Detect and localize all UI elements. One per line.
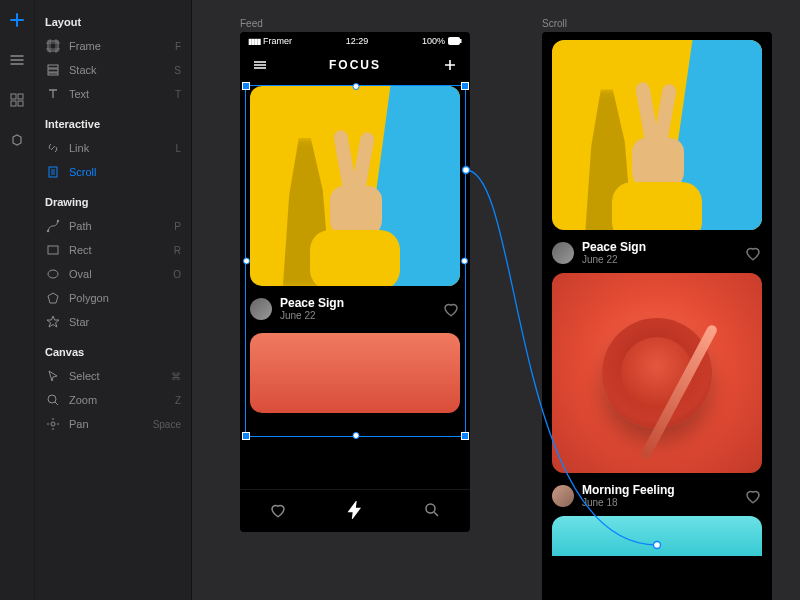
tool-label: Rect	[69, 244, 166, 256]
shortcut: S	[174, 65, 181, 76]
group-title-drawing: Drawing	[45, 196, 185, 208]
feed-card[interactable]	[250, 333, 460, 413]
app-title: FOCUS	[329, 58, 381, 72]
feed-card[interactable]: Peace Sign June 22	[250, 86, 460, 321]
like-button[interactable]	[442, 300, 460, 318]
card-meta: Peace Sign June 22	[552, 240, 762, 265]
svg-point-15	[48, 395, 56, 403]
svg-point-10	[57, 220, 59, 222]
svg-rect-1	[18, 94, 23, 99]
avatar[interactable]	[250, 298, 272, 320]
tool-stack[interactable]: Stack S	[43, 58, 185, 82]
svg-rect-6	[48, 69, 58, 72]
avatar[interactable]	[552, 485, 574, 507]
svg-point-12	[48, 270, 58, 278]
scroll-frame[interactable]: Peace Sign June 22 Morning Feeling J	[542, 32, 772, 600]
avatar[interactable]	[552, 242, 574, 264]
card-title: Morning Feeling	[582, 483, 736, 497]
svg-rect-5	[48, 65, 58, 68]
rect-icon	[45, 242, 61, 258]
card-image	[250, 86, 460, 286]
insert-panel: Layout Frame F Stack S Text T Interactiv…	[35, 0, 192, 600]
status-bar: ▮▮▮▮ Framer 12:29 100%	[240, 32, 470, 50]
tool-path[interactable]: Path P	[43, 214, 185, 238]
tool-label: Link	[69, 142, 167, 154]
tool-label: Star	[69, 316, 173, 328]
box-icon	[9, 132, 25, 148]
svg-point-9	[47, 230, 49, 232]
grid-button[interactable]	[3, 86, 31, 114]
scroll-card[interactable]: Peace Sign June 22	[552, 40, 762, 265]
card-image	[250, 333, 460, 413]
svg-marker-13	[48, 293, 58, 303]
tab-feed[interactable]	[346, 501, 364, 522]
polygon-icon	[45, 290, 61, 306]
plus-icon[interactable]	[442, 57, 458, 73]
group-title-interactive: Interactive	[45, 118, 185, 130]
tab-likes[interactable]	[269, 501, 287, 522]
shortcut: ⌘	[171, 371, 181, 382]
add-button[interactable]	[3, 6, 31, 34]
tool-label: Select	[69, 370, 163, 382]
frame-label-scroll[interactable]: Scroll	[542, 18, 567, 29]
frame-icon	[45, 38, 61, 54]
scroll-card[interactable]: Morning Feeling June 18	[552, 273, 762, 508]
shortcut: P	[174, 221, 181, 232]
oval-icon	[45, 266, 61, 282]
pan-icon	[45, 416, 61, 432]
tool-label: Frame	[69, 40, 167, 52]
card-image	[552, 273, 762, 473]
battery-label: 100%	[422, 36, 445, 46]
card-image	[552, 40, 762, 230]
tool-rail	[0, 0, 35, 600]
text-icon	[45, 86, 61, 102]
shortcut: T	[175, 89, 181, 100]
tool-oval[interactable]: Oval O	[43, 262, 185, 286]
svg-rect-11	[48, 246, 58, 254]
tool-scroll[interactable]: Scroll	[43, 160, 185, 184]
star-icon	[45, 314, 61, 330]
svg-rect-3	[18, 101, 23, 106]
tool-polygon[interactable]: Polygon	[43, 286, 185, 310]
card-meta: Peace Sign June 22	[250, 296, 460, 321]
design-canvas[interactable]: Feed Scroll ▮▮▮▮ Framer 12:29 100% FOCUS	[192, 0, 800, 600]
tool-rect[interactable]: Rect R	[43, 238, 185, 262]
tool-label: Oval	[69, 268, 165, 280]
carrier-label: Framer	[263, 36, 292, 46]
tool-label: Text	[69, 88, 167, 100]
select-icon	[45, 368, 61, 384]
svg-rect-0	[11, 94, 16, 99]
card-title: Peace Sign	[582, 240, 736, 254]
tab-bar	[240, 489, 470, 532]
tool-label: Pan	[69, 418, 145, 430]
hamburger-icon[interactable]	[252, 57, 268, 73]
menu-button[interactable]	[3, 46, 31, 74]
svg-point-16	[51, 422, 55, 426]
tool-pan[interactable]: Pan Space	[43, 412, 185, 436]
tool-zoom[interactable]: Zoom Z	[43, 388, 185, 412]
feed-frame[interactable]: ▮▮▮▮ Framer 12:29 100% FOCUS	[240, 32, 470, 532]
like-button[interactable]	[744, 244, 762, 262]
tool-text[interactable]: Text T	[43, 82, 185, 106]
shortcut: Space	[153, 419, 181, 430]
stack-icon	[45, 62, 61, 78]
group-title-canvas: Canvas	[45, 346, 185, 358]
tool-frame[interactable]: Frame F	[43, 34, 185, 58]
tool-label: Stack	[69, 64, 166, 76]
tool-link[interactable]: Link L	[43, 136, 185, 160]
link-icon	[45, 140, 61, 156]
tool-star[interactable]: Star	[43, 310, 185, 334]
tool-label: Scroll	[69, 166, 173, 178]
card-title: Peace Sign	[280, 296, 434, 310]
card-date: June 22	[280, 310, 434, 321]
box-button[interactable]	[3, 126, 31, 154]
svg-rect-17	[449, 38, 460, 45]
tool-select[interactable]: Select ⌘	[43, 364, 185, 388]
frame-label-feed[interactable]: Feed	[240, 18, 263, 29]
menu-icon	[9, 52, 25, 68]
tool-label: Polygon	[69, 292, 173, 304]
tab-search[interactable]	[423, 501, 441, 522]
path-icon	[45, 218, 61, 234]
like-button[interactable]	[744, 487, 762, 505]
svg-marker-14	[47, 316, 59, 327]
